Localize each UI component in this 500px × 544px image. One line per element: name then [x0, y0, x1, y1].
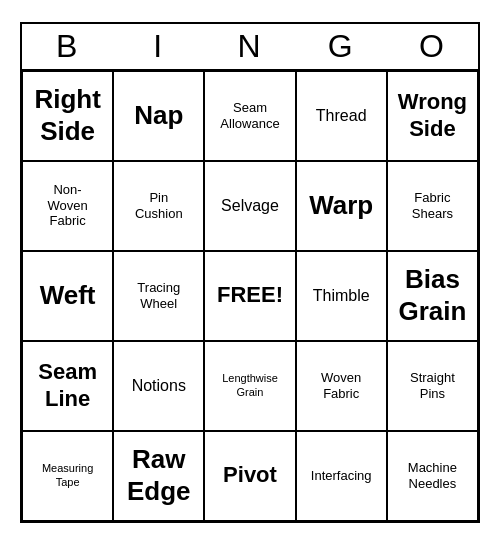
cell-text: FabricShears	[412, 190, 453, 221]
header-letter: I	[113, 24, 204, 69]
bingo-card: BINGO RightSideNapSeamAllowanceThreadWro…	[20, 22, 480, 523]
cell-text: MachineNeedles	[408, 460, 457, 491]
bingo-cell: RawEdge	[113, 431, 204, 521]
cell-text: SeamLine	[38, 359, 97, 412]
bingo-cell: Thread	[296, 71, 387, 161]
bingo-cell: Non-WovenFabric	[22, 161, 113, 251]
cell-text: WovenFabric	[321, 370, 361, 401]
header-letter: O	[387, 24, 478, 69]
bingo-cell: FabricShears	[387, 161, 478, 251]
bingo-cell: SeamLine	[22, 341, 113, 431]
header-letter: G	[296, 24, 387, 69]
cell-text: Interfacing	[311, 468, 372, 484]
bingo-cell: WrongSide	[387, 71, 478, 161]
bingo-cell: Nap	[113, 71, 204, 161]
bingo-cell: MeasuringTape	[22, 431, 113, 521]
bingo-cell: StraightPins	[387, 341, 478, 431]
bingo-cell: Interfacing	[296, 431, 387, 521]
bingo-cell: FREE!	[204, 251, 295, 341]
cell-text: WrongSide	[398, 89, 467, 142]
cell-text: Warp	[309, 190, 373, 221]
header-letter: N	[204, 24, 295, 69]
bingo-cell: TracingWheel	[113, 251, 204, 341]
bingo-grid: RightSideNapSeamAllowanceThreadWrongSide…	[22, 71, 478, 521]
bingo-cell: BiasGrain	[387, 251, 478, 341]
cell-text: StraightPins	[410, 370, 455, 401]
bingo-cell: Notions	[113, 341, 204, 431]
bingo-cell: MachineNeedles	[387, 431, 478, 521]
cell-text: Selvage	[221, 196, 279, 215]
cell-text: SeamAllowance	[220, 100, 279, 131]
cell-text: Notions	[132, 376, 186, 395]
cell-text: FREE!	[217, 282, 283, 308]
cell-text: RightSide	[34, 84, 100, 146]
header-letter: B	[22, 24, 113, 69]
cell-text: Thimble	[313, 286, 370, 305]
cell-text: PinCushion	[135, 190, 183, 221]
bingo-cell: Weft	[22, 251, 113, 341]
bingo-cell: WovenFabric	[296, 341, 387, 431]
cell-text: Thread	[316, 106, 367, 125]
bingo-header: BINGO	[22, 24, 478, 71]
cell-text: TracingWheel	[137, 280, 180, 311]
bingo-cell: Pivot	[204, 431, 295, 521]
bingo-cell: Thimble	[296, 251, 387, 341]
cell-text: LengthwiseGrain	[222, 372, 278, 398]
cell-text: MeasuringTape	[42, 462, 93, 488]
bingo-cell: SeamAllowance	[204, 71, 295, 161]
bingo-cell: PinCushion	[113, 161, 204, 251]
cell-text: Non-WovenFabric	[47, 182, 87, 229]
bingo-cell: LengthwiseGrain	[204, 341, 295, 431]
bingo-cell: Warp	[296, 161, 387, 251]
bingo-cell: RightSide	[22, 71, 113, 161]
cell-text: Pivot	[223, 462, 277, 488]
cell-text: BiasGrain	[398, 264, 466, 326]
cell-text: Nap	[134, 100, 183, 131]
cell-text: RawEdge	[127, 444, 191, 506]
bingo-cell: Selvage	[204, 161, 295, 251]
cell-text: Weft	[40, 280, 96, 311]
